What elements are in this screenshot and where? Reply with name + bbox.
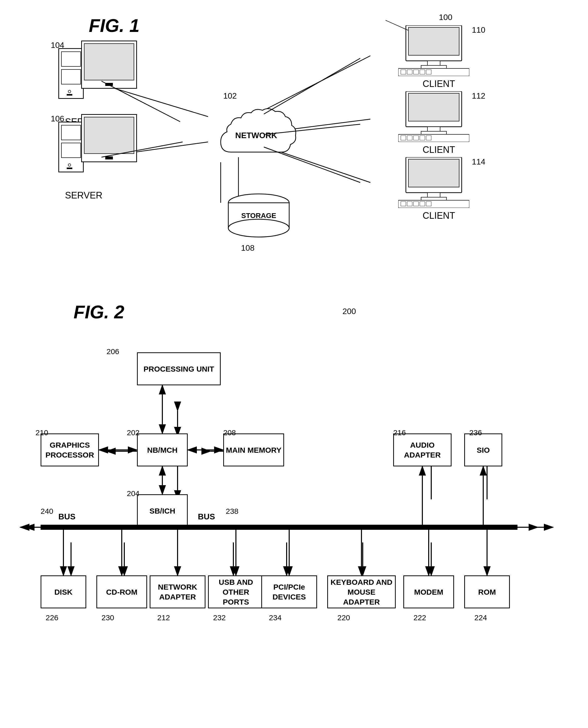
storage-icon: STORAGE — [226, 193, 292, 238]
fig1-ref-112: 112 — [472, 91, 485, 101]
fig1-ref-104: 104 — [51, 41, 64, 50]
svg-rect-54 — [401, 201, 406, 206]
svg-rect-56 — [414, 201, 419, 206]
fig2-ref-236: 236 — [469, 428, 482, 437]
svg-text:STORAGE: STORAGE — [241, 212, 276, 220]
svg-rect-42 — [421, 131, 446, 134]
disk-box: DISK — [41, 575, 86, 608]
fig1-ref-106: 106 — [51, 114, 64, 124]
fig1-ref-114: 114 — [472, 157, 485, 167]
svg-rect-58 — [426, 201, 431, 206]
svg-rect-34 — [401, 70, 406, 74]
svg-rect-40 — [408, 93, 459, 121]
fig1-client1-label: CLIENT — [414, 79, 464, 89]
fig1-ref-102: 102 — [223, 91, 237, 101]
server2-icon — [58, 114, 140, 185]
svg-rect-35 — [407, 70, 412, 74]
fig1-ref-100: 100 — [439, 13, 452, 22]
fig2-ref-220: 220 — [337, 613, 350, 622]
fig1-client3-label: CLIENT — [414, 211, 464, 221]
fig1-ref-110: 110 — [472, 25, 485, 35]
fig1-client2-label: CLIENT — [414, 145, 464, 155]
rom-box: ROM — [464, 575, 510, 608]
nb-mch-box: NB/MCH — [137, 434, 188, 466]
modem-box: MODEM — [403, 575, 454, 608]
sb-ich-box: SB/ICH — [137, 494, 188, 527]
keyboard-adapter-box: KEYBOARD AND MOUSE ADAPTER — [327, 575, 396, 608]
svg-rect-30 — [408, 27, 459, 55]
svg-rect-52 — [421, 197, 446, 200]
client1-icon — [398, 25, 469, 76]
network-cloud: NETWORK — [211, 102, 302, 167]
fig2-ref-238: 238 — [226, 507, 238, 515]
svg-rect-45 — [407, 136, 412, 140]
svg-rect-48 — [426, 136, 431, 140]
fig2-ref-222: 222 — [414, 613, 426, 622]
fig2-ref-240: 240 — [41, 507, 53, 515]
page: FIG. 1 100 104 SERVER — [0, 0, 588, 728]
audio-adapter-box: AUDIO ADAPTER — [393, 434, 451, 466]
processing-unit-box: PROCESSING UNIT — [137, 352, 221, 385]
svg-point-27 — [228, 219, 289, 237]
fig2-ref-208: 208 — [223, 428, 236, 437]
fig2-ref-224: 224 — [474, 613, 487, 622]
fig1-ref-108: 108 — [241, 243, 254, 253]
fig2-ref-216: 216 — [393, 428, 406, 437]
sio-box: SIO — [464, 434, 502, 466]
svg-rect-50 — [408, 159, 459, 187]
fig2-title: FIG. 2 — [74, 302, 124, 323]
svg-rect-36 — [414, 70, 419, 74]
network-adapter-box: NETWORK ADAPTER — [150, 575, 206, 608]
fig2-ref-206: 206 — [107, 347, 119, 356]
svg-text:NETWORK: NETWORK — [235, 131, 277, 140]
client2-icon — [398, 91, 469, 142]
fig1-diagram: FIG. 1 100 104 SERVER — [38, 10, 545, 289]
fig2-ref-226: 226 — [46, 613, 58, 622]
fig2-ref-230: 230 — [102, 613, 114, 622]
svg-rect-32 — [421, 65, 446, 68]
svg-rect-55 — [407, 201, 412, 206]
fig1-title: FIG. 1 — [89, 15, 140, 36]
fig2-ref-212: 212 — [157, 613, 170, 622]
svg-rect-46 — [414, 136, 419, 140]
fig2-ref-204: 204 — [127, 489, 140, 498]
svg-rect-44 — [401, 136, 406, 140]
svg-rect-37 — [420, 70, 425, 74]
fig2-ref-234: 234 — [269, 613, 281, 622]
bus-line — [41, 525, 518, 530]
bus-label-238: BUS — [198, 512, 215, 522]
bus-label-240: BUS — [58, 512, 76, 522]
svg-rect-57 — [420, 201, 425, 206]
fig1-server2-label: SERVER — [58, 190, 109, 201]
main-memory-box: MAIN MEMORY — [223, 434, 284, 466]
fig2-ref-202: 202 — [127, 428, 140, 437]
pci-devices-box: PCI/PCIe DEVICES — [261, 575, 317, 608]
fig2-ref-200: 200 — [342, 307, 356, 316]
client3-icon — [398, 157, 469, 208]
cd-rom-box: CD-ROM — [97, 575, 147, 608]
svg-rect-47 — [420, 136, 425, 140]
fig2-ref-210: 210 — [36, 428, 48, 437]
server1-icon — [58, 41, 140, 112]
svg-rect-38 — [426, 70, 431, 74]
usb-ports-box: USB AND OTHER PORTS — [208, 575, 264, 608]
fig2-ref-232: 232 — [213, 613, 226, 622]
graphics-processor-box: GRAPHICS PROCESSOR — [41, 434, 99, 466]
